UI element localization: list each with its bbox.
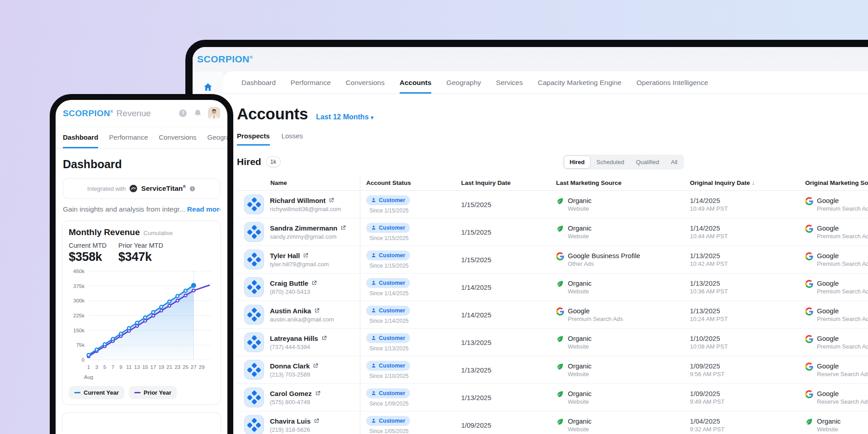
phone-tab-performance[interactable]: Performance bbox=[109, 127, 148, 148]
source-icon bbox=[556, 417, 564, 426]
table-row[interactable]: Latreyana Hills (737) 444-5394 Customer … bbox=[237, 329, 868, 356]
nav-item-dashboard[interactable]: Dashboard bbox=[241, 71, 276, 94]
original-marketing-source: Google Premium Search Ads bbox=[799, 197, 868, 212]
scorpion-logo: SCORPION® bbox=[63, 108, 113, 118]
account-name-link[interactable]: Tyler Hall bbox=[270, 252, 300, 259]
external-link-icon[interactable] bbox=[303, 252, 308, 259]
table-row[interactable]: Craig Buttle (870) 240-5413 Customer Sin… bbox=[237, 274, 868, 301]
date-range-filter[interactable]: Last 12 Months ▾ bbox=[316, 113, 373, 121]
account-contact: tyler.hill79@gmail.com bbox=[270, 261, 329, 268]
svg-text:11: 11 bbox=[126, 364, 132, 370]
servicetitan-integration-card[interactable]: Integrated with ServiceTitan® bbox=[63, 178, 220, 199]
svg-text:75k: 75k bbox=[76, 342, 85, 348]
column-header-account-status[interactable]: Account Status bbox=[360, 179, 455, 186]
last-inquiry-date: 1/13/2025 bbox=[455, 366, 550, 374]
phone-device-frame: SCORPION® Revenue ? DashboardPerformance… bbox=[50, 94, 233, 434]
phone-nav-tabs: DashboardPerformanceConversionsGeography bbox=[56, 127, 227, 149]
table-row[interactable]: Richard Willmont richywillmott36@gmail.c… bbox=[237, 191, 868, 218]
table-row[interactable]: Chavira Luis (219) 318-5626 Customer Sin… bbox=[237, 411, 868, 434]
tab-losses[interactable]: Losses bbox=[282, 132, 303, 146]
segment-scheduled[interactable]: Scheduled bbox=[590, 156, 630, 169]
nav-item-conversions[interactable]: Conversions bbox=[346, 71, 385, 94]
external-link-icon[interactable] bbox=[329, 197, 334, 204]
column-header-last-inquiry-date[interactable]: Last Inquiry Date bbox=[455, 179, 550, 186]
bell-icon[interactable] bbox=[193, 108, 203, 118]
account-contact: (575) 800-4749 bbox=[270, 399, 321, 406]
nav-item-services[interactable]: Services bbox=[496, 71, 523, 94]
original-marketing-source: Organic Website bbox=[799, 417, 868, 433]
desktop-main-panel: DashboardPerformanceConversionsAccountsG… bbox=[223, 71, 868, 434]
info-icon[interactable] bbox=[189, 185, 196, 192]
read-more-link[interactable]: Read more bbox=[187, 205, 220, 213]
account-name-link[interactable]: Latreyana Hills bbox=[270, 335, 318, 342]
table-row[interactable]: Tyler Hall tyler.hill79@gmail.com Custom… bbox=[237, 246, 868, 274]
segment-hired[interactable]: Hired bbox=[564, 156, 590, 169]
user-avatar[interactable] bbox=[208, 107, 220, 119]
account-contact: (219) 318-5626 bbox=[270, 426, 319, 433]
integration-prefix: Integrated with bbox=[87, 185, 126, 192]
external-link-icon[interactable] bbox=[340, 224, 346, 232]
count-badge: 1k bbox=[266, 156, 281, 167]
account-name-link[interactable]: Austin Anika bbox=[270, 307, 311, 315]
original-inquiry-date: 1/13/2025 10:36 AM PST bbox=[684, 279, 799, 295]
customer-status-badge: Customer bbox=[366, 195, 410, 205]
account-name-link[interactable]: Richard Willmont bbox=[270, 197, 326, 204]
column-header-original-inquiry-date[interactable]: Original Inquiry Date↓ bbox=[684, 179, 799, 186]
svg-text:1: 1 bbox=[87, 364, 90, 370]
last-marketing-source: Google Business Profile Other Ads bbox=[550, 252, 684, 267]
table-row[interactable]: Austin Anika austin.anika@gmail.com Cust… bbox=[237, 301, 868, 329]
segment-all[interactable]: All bbox=[665, 156, 683, 169]
external-link-icon[interactable] bbox=[314, 417, 319, 425]
desktop-app-header: SCORPION® bbox=[193, 47, 868, 71]
current-mtd-metric: Current MTD $358k bbox=[69, 242, 107, 264]
external-link-icon[interactable] bbox=[315, 390, 321, 397]
person-icon bbox=[371, 335, 376, 340]
last-marketing-source: Organic Website bbox=[550, 390, 684, 405]
svg-text:17: 17 bbox=[151, 364, 156, 370]
table-row[interactable]: Carol Gomez (575) 800-4749 Customer Sinc… bbox=[237, 384, 868, 411]
nav-item-capacity-marketing-engine[interactable]: Capacity Marketing Engine bbox=[538, 71, 621, 94]
account-name-link[interactable]: Donna Clark bbox=[270, 362, 310, 370]
last-inquiry-date: 1/15/2025 bbox=[455, 228, 550, 236]
phone-tab-dashboard[interactable]: Dashboard bbox=[63, 127, 98, 148]
help-icon[interactable]: ? bbox=[178, 108, 188, 118]
source-icon bbox=[556, 197, 564, 205]
legend-current-year[interactable]: Current Year bbox=[69, 386, 124, 399]
legend-prior-year[interactable]: Prior Year bbox=[129, 386, 177, 399]
column-header-last-marketing-source[interactable]: Last Marketing Source bbox=[550, 179, 684, 186]
nav-item-accounts[interactable]: Accounts bbox=[400, 71, 432, 94]
account-name-link[interactable]: Sandra Zimmermann bbox=[270, 224, 337, 232]
prospects-losses-tabs: ProspectsLosses bbox=[237, 132, 868, 146]
last-marketing-source: Organic Website bbox=[550, 417, 684, 433]
table-row[interactable]: Sandra Zimmermann sandy.zimmy@gmail.com … bbox=[237, 218, 868, 246]
phone-tab-geography[interactable]: Geography bbox=[208, 127, 227, 148]
column-header-original-marketing-source[interactable]: Original Marketing Source bbox=[799, 179, 868, 186]
source-icon bbox=[556, 362, 564, 371]
person-icon bbox=[371, 418, 376, 423]
tab-prospects[interactable]: Prospects bbox=[237, 132, 270, 146]
svg-text:25: 25 bbox=[183, 364, 189, 370]
source-icon bbox=[805, 224, 813, 233]
phone-tab-conversions[interactable]: Conversions bbox=[159, 127, 196, 148]
source-icon bbox=[556, 307, 564, 316]
svg-text:23: 23 bbox=[175, 364, 180, 370]
external-link-icon[interactable] bbox=[311, 279, 317, 287]
account-avatar-icon bbox=[244, 250, 264, 269]
person-icon bbox=[371, 280, 376, 285]
last-inquiry-date: 1/15/2025 bbox=[455, 201, 550, 208]
status-since: Since 1/13/2025 bbox=[366, 345, 455, 352]
account-name-link[interactable]: Chavira Luis bbox=[270, 417, 311, 425]
nav-item-geography[interactable]: Geography bbox=[446, 71, 481, 94]
account-name-link[interactable]: Carol Gomez bbox=[270, 390, 312, 397]
nav-item-operations-intelligence[interactable]: Operations Intelligence bbox=[637, 71, 708, 94]
column-header-name[interactable]: Name bbox=[237, 179, 360, 186]
external-link-icon[interactable] bbox=[313, 362, 318, 370]
external-link-icon[interactable] bbox=[321, 335, 327, 342]
original-inquiry-date: 1/09/2025 9:49 AM PST bbox=[684, 390, 799, 405]
nav-item-performance[interactable]: Performance bbox=[291, 71, 331, 94]
table-row[interactable]: Donna Clark (213) 703-2589 Customer Sinc… bbox=[237, 356, 868, 384]
account-name-link[interactable]: Craig Buttle bbox=[270, 279, 308, 287]
external-link-icon[interactable] bbox=[314, 307, 320, 315]
svg-text:150k: 150k bbox=[73, 328, 85, 333]
segment-qualified[interactable]: Qualified bbox=[630, 156, 665, 169]
